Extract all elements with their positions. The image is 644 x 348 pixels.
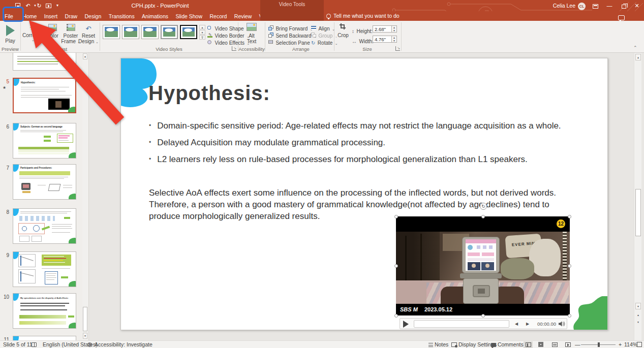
thumbnail-slide-11[interactable] bbox=[13, 336, 76, 340]
video-style-5[interactable] bbox=[180, 25, 197, 39]
account-area[interactable]: Celia LeeCL bbox=[553, 0, 586, 11]
thumbnail-slide-8[interactable] bbox=[13, 208, 76, 244]
move-back-button[interactable]: ◀ bbox=[515, 322, 518, 326]
gallery-scroll-up-button[interactable]: ▲ bbox=[199, 25, 205, 29]
normal-view-button[interactable] bbox=[524, 341, 533, 348]
tab-home[interactable]: Home bbox=[20, 12, 39, 21]
slide-indicator[interactable]: Slide 5 of 11 bbox=[3, 341, 33, 348]
bullet-1[interactable]: •Domain-specific sensitive period: Age-r… bbox=[149, 121, 561, 133]
video-style-1[interactable] bbox=[103, 25, 120, 39]
ribbon-display-options-button[interactable] bbox=[588, 0, 602, 11]
video-progress-bar[interactable] bbox=[414, 320, 509, 328]
tab-file[interactable]: File bbox=[0, 12, 18, 21]
thumbnail-slide-4[interactable] bbox=[13, 53, 76, 71]
video-style-3[interactable] bbox=[141, 25, 159, 39]
gallery-more-button[interactable]: ⊽ bbox=[199, 35, 205, 40]
thumbnail-slide-10[interactable]: My speculations over the disparity of Ao… bbox=[13, 293, 76, 329]
scroll-up-button[interactable]: ▲ bbox=[635, 54, 641, 60]
thumbnail-slide-5[interactable]: Hypothesis: bbox=[13, 78, 76, 113]
width-input[interactable]: 4.76" bbox=[373, 36, 392, 43]
restore-button[interactable] bbox=[617, 0, 631, 11]
slide-show-view-button[interactable] bbox=[563, 341, 572, 348]
resize-handle-w[interactable] bbox=[394, 264, 398, 268]
comments-bubble-icon[interactable] bbox=[618, 13, 625, 22]
play-button[interactable]: Play bbox=[1, 23, 19, 45]
thumbnail-slide-6[interactable]: Subjects: German as second language bbox=[13, 123, 76, 159]
slide-canvas[interactable]: Hypothesis: •Domain-specific sensitive p… bbox=[120, 58, 608, 330]
tab-animations[interactable]: Animations bbox=[139, 12, 171, 21]
start-slideshow-icon[interactable] bbox=[44, 0, 53, 11]
display-settings-button[interactable]: Display Settings bbox=[451, 341, 497, 348]
minimize-button[interactable]: — bbox=[602, 0, 617, 11]
tab-transitions[interactable]: Transitions bbox=[106, 12, 137, 21]
panel-scroll-down-button[interactable]: ▼ bbox=[83, 333, 87, 339]
avatar[interactable]: CL bbox=[578, 3, 586, 10]
slide-title[interactable]: Hypothesis: bbox=[148, 82, 270, 105]
accessibility-status[interactable]: Accessibility: Investigate bbox=[95, 341, 152, 348]
thumbnail-slide-7[interactable]: Participants and Procedures: bbox=[13, 164, 76, 200]
tab-insert[interactable]: Insert bbox=[42, 12, 60, 21]
gallery-scroll-down-button[interactable]: ▼ bbox=[199, 30, 205, 35]
video-object[interactable]: 12 EVER MIN bbox=[396, 216, 570, 315]
rotate-button[interactable]: ↻ Rotate ⌄ bbox=[311, 38, 338, 47]
resize-handle-sw[interactable] bbox=[394, 314, 398, 318]
next-slide-button[interactable]: ▼ bbox=[635, 319, 641, 326]
video-style-4[interactable] bbox=[161, 25, 178, 39]
resize-handle-nw[interactable] bbox=[394, 215, 398, 218]
resize-handle-e[interactable] bbox=[568, 264, 571, 268]
panel-scrollbar-thumb[interactable] bbox=[83, 307, 87, 331]
reading-view-button[interactable] bbox=[550, 341, 559, 348]
tab-design[interactable]: Design bbox=[82, 12, 104, 21]
selection-pane-button[interactable]: Selection Pane bbox=[268, 38, 310, 47]
save-icon[interactable] bbox=[13, 0, 22, 11]
tab-draw[interactable]: Draw bbox=[63, 12, 80, 21]
animation-star-icon[interactable]: ★ bbox=[3, 85, 6, 90]
thumbnail-slide-9[interactable] bbox=[13, 251, 76, 287]
panel-scroll-up-button[interactable]: ▲ bbox=[83, 53, 87, 59]
scrollbar-thumb[interactable] bbox=[635, 189, 641, 236]
notes-button[interactable]: Notes bbox=[428, 341, 448, 348]
close-button[interactable]: ✕ bbox=[630, 0, 644, 11]
tab-review[interactable]: Review bbox=[232, 12, 254, 21]
collapse-ribbon-button[interactable]: ⌃ bbox=[633, 45, 637, 50]
previous-slide-button[interactable]: ▲ bbox=[635, 312, 641, 319]
rotate-handle[interactable]: ↻ bbox=[480, 203, 487, 210]
bullet-2[interactable]: •Delayed Acquisition may modulate gramma… bbox=[149, 138, 385, 150]
height-input[interactable]: 2.68" bbox=[373, 25, 392, 33]
resize-handle-s[interactable] bbox=[481, 314, 485, 318]
redo-icon[interactable]: ↻ bbox=[35, 0, 44, 11]
video-play-button[interactable] bbox=[403, 321, 409, 328]
canvas-scrollbar[interactable]: ▲ ▼ ▲ ▼ bbox=[634, 53, 641, 340]
comments-button[interactable]: Comments bbox=[491, 341, 524, 348]
tab-slide-show[interactable]: Slide Show bbox=[173, 12, 205, 21]
color-button[interactable]: Color ⌄ bbox=[45, 24, 60, 43]
fit-slide-to-window-button[interactable] bbox=[637, 342, 642, 347]
tab-record[interactable]: Record bbox=[207, 12, 229, 21]
move-forward-button[interactable]: ▶ bbox=[526, 322, 529, 326]
bullet-3[interactable]: •L2 learners rely less on rule-based pro… bbox=[149, 154, 528, 167]
resize-handle-ne[interactable] bbox=[568, 215, 571, 218]
height-spinner[interactable]: ▲▼ bbox=[391, 25, 397, 33]
reset-design-button[interactable]: ↶ Reset Design ⌄ bbox=[78, 24, 99, 44]
width-spinner[interactable]: ▲▼ bbox=[391, 36, 397, 43]
selection-pane-label: Selection Pane bbox=[275, 40, 310, 46]
zoom-level[interactable]: 114% bbox=[624, 341, 637, 348]
crop-button[interactable]: Crop bbox=[336, 23, 350, 38]
scroll-down-button[interactable]: ▼ bbox=[635, 303, 641, 309]
video-style-2[interactable] bbox=[122, 25, 139, 39]
size-dialog-launcher[interactable]: ↘ bbox=[395, 46, 400, 51]
zoom-out-button[interactable]: — bbox=[575, 341, 580, 348]
slide-sorter-view-button[interactable] bbox=[536, 341, 545, 348]
customize-qat-icon[interactable]: ▾ bbox=[53, 0, 62, 11]
corrections-button[interactable]: ☀ Corrections ⌄ bbox=[22, 23, 44, 42]
tell-me-box[interactable]: Tell me what you want to do bbox=[326, 11, 400, 21]
mute-unmute-icon[interactable] bbox=[559, 321, 565, 327]
alt-text-button[interactable]: Alt Text bbox=[241, 23, 262, 44]
resize-handle-se[interactable] bbox=[568, 314, 571, 318]
panel-scrollbar[interactable]: ▲ ▼ bbox=[82, 53, 88, 340]
restore-icon bbox=[622, 5, 626, 9]
zoom-slider-thumb[interactable] bbox=[598, 342, 600, 347]
spellcheck-icon[interactable] bbox=[32, 341, 37, 348]
resize-handle-n[interactable] bbox=[481, 215, 485, 218]
zoom-in-button[interactable]: + bbox=[619, 341, 622, 348]
